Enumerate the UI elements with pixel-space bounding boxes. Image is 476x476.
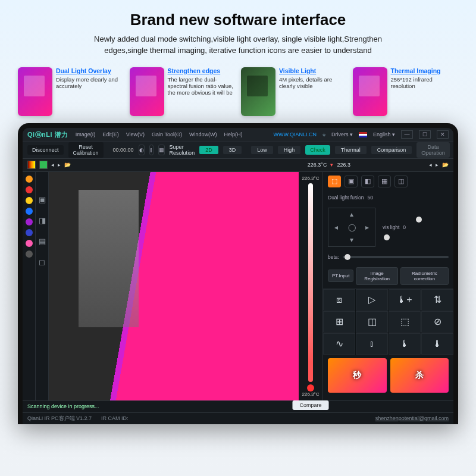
feature-title: Strengthen edges: [168, 67, 236, 74]
palette-color[interactable]: [26, 240, 33, 247]
arrow-up-icon[interactable]: ▴: [344, 208, 359, 221]
contact-email[interactable]: shenzhenpotential@gmail.com: [375, 415, 449, 421]
image-icon[interactable]: ▦: [158, 145, 165, 155]
image-registration-button[interactable]: Image Registration: [356, 267, 397, 285]
cam-id-label: IR CAM ID:: [101, 415, 129, 421]
status-bar-2: QianLi IR PC客户端 V1.2.7 IR CAM ID: shenzh…: [23, 412, 453, 424]
tool-button[interactable]: ⊞: [323, 311, 355, 333]
palette-color[interactable]: [26, 229, 33, 236]
tool-button[interactable]: 🌡+: [389, 289, 421, 311]
palette-color[interactable]: [26, 197, 33, 204]
preview-b-label: 杀: [415, 370, 424, 381]
menu-window[interactable]: Window(W): [189, 131, 217, 137]
feature-dual-light: Dual Light OverlayDisplay more clearly a…: [18, 67, 124, 116]
mode-3d-button[interactable]: 3D: [223, 146, 242, 154]
layout-icon[interactable]: ▣: [39, 196, 46, 203]
contrast-icon[interactable]: ◐: [139, 145, 145, 155]
maximize-button[interactable]: ☐: [419, 130, 431, 139]
tool-button[interactable]: ◫: [356, 311, 388, 333]
layout-icon[interactable]: ◻: [39, 258, 45, 266]
minimize-button[interactable]: —: [401, 130, 413, 139]
fusion-label: Dual light fusion: [328, 195, 364, 201]
pt-input-button[interactable]: PT.Input: [328, 270, 353, 282]
beta-slider[interactable]: [343, 256, 449, 258]
arrow-right-icon[interactable]: ▸: [359, 221, 375, 233]
palette-thermal-icon[interactable]: [27, 161, 36, 169]
layout-strip: ▣◨▤◻: [36, 172, 49, 400]
focus-pad[interactable]: ▴ ◂◯▸ ▾: [328, 208, 375, 247]
menu-help[interactable]: Help(H): [224, 131, 242, 137]
tool-button[interactable]: 🌡: [421, 333, 453, 355]
version-label: QianLi IR PC客户端 V1.2.7: [27, 415, 92, 422]
focus-center-icon[interactable]: ◯: [344, 221, 359, 233]
hero-desc: Newly added dual mode switching,visible …: [71, 34, 405, 57]
toolbar-primary: Disconnect Reset Calibration 00:00:00 ◐ …: [23, 142, 453, 159]
palette-color[interactable]: [26, 208, 33, 215]
open-folder-icon[interactable]: 📂: [442, 162, 449, 168]
chevron-right-icon[interactable]: ▸: [436, 162, 439, 168]
scanning-status: Scanning device in progress...: [27, 403, 99, 409]
drivers-dropdown[interactable]: Drivers ▾: [331, 131, 353, 137]
tool-button[interactable]: ⫾: [356, 333, 388, 355]
language-dropdown[interactable]: English ▾: [373, 131, 395, 137]
tab-comparison[interactable]: Comparison: [371, 146, 412, 154]
temperature-gauge: 226.3°C 226.3°C Compare: [299, 172, 322, 400]
chevron-right-icon[interactable]: ▸: [58, 162, 61, 168]
tool-button[interactable]: ⇅: [421, 289, 453, 311]
beta-label: beta:: [328, 254, 339, 260]
image-viewer[interactable]: [49, 172, 299, 400]
menu-view[interactable]: View(V): [126, 131, 145, 137]
display-mode-button[interactable]: ▣: [345, 176, 358, 187]
tool-button[interactable]: ⊘: [421, 311, 453, 333]
preview-a[interactable]: 秒: [328, 358, 387, 393]
tool-button[interactable]: ⬚: [389, 311, 421, 333]
palette-color[interactable]: [26, 250, 33, 258]
preview-b[interactable]: 杀: [390, 358, 449, 393]
palette-color[interactable]: [26, 176, 33, 183]
vis-light-value: 0: [403, 224, 406, 230]
compare-button[interactable]: Compare: [292, 400, 328, 410]
reset-calibration-button[interactable]: Reset Calibration: [68, 142, 104, 158]
tool-button[interactable]: ▷: [356, 289, 388, 311]
site-link[interactable]: WWW.QIANLI.CN: [273, 131, 317, 137]
feature-title: Dual Light Overlay: [56, 67, 124, 74]
radiometric-correction-button[interactable]: Radiometric correction: [400, 267, 449, 285]
close-button[interactable]: ✕: [437, 130, 449, 139]
mode-2d-button[interactable]: 2D: [199, 146, 218, 154]
tool-button[interactable]: ∿: [323, 333, 355, 355]
layout-icon[interactable]: ▤: [39, 237, 46, 245]
feature-title: Visible Light: [279, 67, 347, 74]
tool-button[interactable]: ⧇: [323, 289, 355, 311]
data-operation-button[interactable]: Data Operation: [416, 142, 450, 158]
check-button[interactable]: Check: [305, 145, 330, 155]
gain-high-button[interactable]: High: [278, 146, 301, 154]
menu-edit[interactable]: Edit(E): [102, 131, 119, 137]
usb-icon: ⏚: [322, 131, 325, 137]
feature-desc: Display more clearly and accurately: [56, 76, 118, 89]
display-mode-button[interactable]: ⬚: [328, 176, 341, 187]
open-folder-icon[interactable]: 📂: [64, 162, 71, 168]
temp-low-label: 226.3: [337, 162, 350, 168]
palette-color[interactable]: [26, 218, 33, 226]
layout-icon[interactable]: ◨: [39, 217, 46, 224]
menu-gain-tool[interactable]: Gain Tool(G): [152, 131, 182, 137]
arrow-left-icon[interactable]: ◂: [328, 221, 344, 233]
disconnect-button[interactable]: Disconnect: [27, 145, 64, 155]
histogram-icon[interactable]: ⫿: [149, 145, 154, 155]
palette-green-icon[interactable]: [39, 161, 48, 169]
menu-image[interactable]: Image(I): [76, 131, 96, 137]
chevron-left-icon[interactable]: ◂: [429, 162, 432, 168]
feature-strengthen-edges: Strengthen edgesThe larger the dual-spec…: [130, 67, 236, 116]
tool-button[interactable]: 🌡: [389, 333, 421, 355]
palette-color[interactable]: [26, 186, 33, 193]
app-window: QiⓐnLi 潜力 Image(I) Edit(E) View(V) Gain …: [23, 128, 453, 424]
tab-thermal[interactable]: Thermal: [335, 146, 367, 154]
gain-low-button[interactable]: Low: [251, 146, 273, 154]
menubar: QiⓐnLi 潜力 Image(I) Edit(E) View(V) Gain …: [23, 128, 453, 142]
status-bar: Scanning device in progress...: [23, 400, 453, 412]
arrow-down-icon[interactable]: ▾: [344, 233, 359, 246]
display-mode-button[interactable]: ▦: [378, 176, 391, 187]
display-mode-button[interactable]: ◧: [361, 176, 374, 187]
display-mode-button[interactable]: ◫: [394, 176, 408, 187]
chevron-left-icon[interactable]: ◂: [51, 162, 54, 168]
